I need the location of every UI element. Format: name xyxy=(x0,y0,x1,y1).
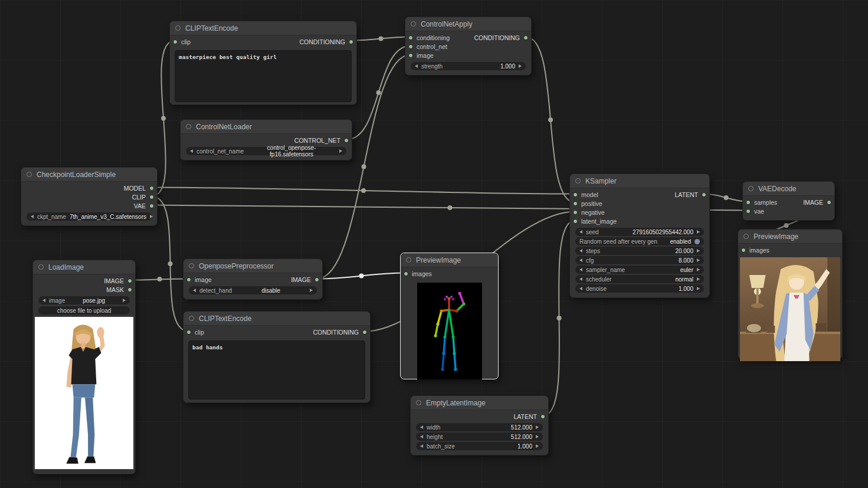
input-control-net[interactable]: control_net xyxy=(405,43,447,50)
arrow-right-icon[interactable] xyxy=(697,268,700,271)
collapse-dot-icon[interactable] xyxy=(38,264,44,270)
node-header[interactable]: PreviewImage xyxy=(401,253,498,267)
output-conditioning[interactable]: CONDITIONING xyxy=(299,38,356,45)
widget-height[interactable]: height 512.000 xyxy=(416,433,543,441)
node-header[interactable]: ControlNetApply xyxy=(405,17,531,31)
output-image[interactable]: IMAGE xyxy=(104,277,135,284)
arrow-left-icon[interactable] xyxy=(579,287,582,290)
collapse-dot-icon[interactable] xyxy=(186,124,191,129)
port-icon[interactable] xyxy=(186,330,191,335)
arrow-right-icon[interactable] xyxy=(697,287,700,290)
arrow-right-icon[interactable] xyxy=(310,289,313,292)
node-header[interactable]: VAEDecode xyxy=(743,182,834,196)
node-vaedecode[interactable]: VAEDecode samples IMAGE vae xyxy=(742,181,835,221)
node-previewimage-result[interactable]: PreviewImage images xyxy=(738,229,843,359)
arrow-right-icon[interactable] xyxy=(697,258,700,262)
node-cliptextencode-positive[interactable]: CLIPTextEncode clip CONDITIONING masterp… xyxy=(169,21,357,105)
widget-cfg[interactable]: cfg 8.000 xyxy=(575,256,704,264)
arrow-right-icon[interactable] xyxy=(697,277,700,281)
port-icon[interactable] xyxy=(702,192,706,197)
arrow-left-icon[interactable] xyxy=(420,444,423,448)
prompt-textarea[interactable]: bad hands xyxy=(188,340,365,399)
port-icon[interactable] xyxy=(573,210,578,215)
arrow-right-icon[interactable] xyxy=(697,249,700,253)
widget-sampler-name[interactable]: sampler_name euler xyxy=(575,266,704,274)
node-header[interactable]: CheckpointLoaderSimple xyxy=(21,168,157,182)
arrow-left-icon[interactable] xyxy=(420,425,423,429)
toggle-icon[interactable] xyxy=(695,239,700,244)
arrow-left-icon[interactable] xyxy=(579,268,582,271)
port-icon[interactable] xyxy=(573,219,578,224)
port-icon[interactable] xyxy=(408,53,413,58)
arrow-left-icon[interactable] xyxy=(415,64,418,68)
widget-strength[interactable]: strength 1.000 xyxy=(411,62,526,70)
port-icon[interactable] xyxy=(186,277,191,282)
port-icon[interactable] xyxy=(746,209,751,214)
widget-control-net-name[interactable]: control_net_name control_openpose-fp16.s… xyxy=(186,147,346,155)
port-icon[interactable] xyxy=(827,200,831,205)
widget-random-seed-toggle[interactable]: Random seed after every gen enabled xyxy=(575,237,704,245)
node-controlnetloader[interactable]: ControlNetLoader CONTROL_NET control_net… xyxy=(180,119,352,161)
arrow-right-icon[interactable] xyxy=(150,215,153,218)
input-clip[interactable]: clip xyxy=(184,329,204,336)
input-image[interactable]: image xyxy=(405,52,434,59)
widget-denoise[interactable]: denoise 1.000 xyxy=(575,284,704,293)
output-conditioning[interactable]: CONDITIONING xyxy=(474,34,531,41)
node-previewimage-pose[interactable]: PreviewImage images xyxy=(400,253,499,379)
arrow-left-icon[interactable] xyxy=(190,149,193,153)
arrow-right-icon[interactable] xyxy=(519,64,522,68)
widget-ckpt-name[interactable]: ckpt_name 7th_anime_v3_C.safetensors xyxy=(27,212,152,221)
node-graph-canvas[interactable]: CLIPTextEncode clip CONDITIONING masterp… xyxy=(0,0,868,488)
arrow-right-icon[interactable] xyxy=(339,149,342,153)
choose-file-button[interactable]: choose file to upload xyxy=(38,306,130,315)
port-icon[interactable] xyxy=(362,330,367,335)
node-header[interactable]: KSampler xyxy=(570,174,709,188)
node-cliptextencode-negative[interactable]: CLIPTextEncode clip CONDITIONING bad han… xyxy=(183,311,371,403)
input-samples[interactable]: samples xyxy=(743,199,777,206)
output-model[interactable]: MODEL xyxy=(124,185,157,192)
node-checkpointloadersimple[interactable]: CheckpointLoaderSimple MODEL CLIP VAE ck… xyxy=(21,167,158,226)
node-header[interactable]: CLIPTextEncode xyxy=(170,21,356,35)
arrow-left-icon[interactable] xyxy=(31,215,34,218)
output-latent[interactable]: LATENT xyxy=(675,191,709,198)
widget-width[interactable]: width 512.000 xyxy=(416,423,543,431)
output-mask[interactable]: MASK xyxy=(106,286,135,293)
collapse-dot-icon[interactable] xyxy=(416,400,421,405)
port-icon[interactable] xyxy=(149,195,154,199)
node-header[interactable]: ControlNetLoader xyxy=(181,120,352,134)
arrow-left-icon[interactable] xyxy=(420,435,423,438)
port-icon[interactable] xyxy=(541,414,545,419)
arrow-left-icon[interactable] xyxy=(579,249,582,253)
arrow-right-icon[interactable] xyxy=(123,299,126,302)
input-conditioning[interactable]: conditioning xyxy=(405,34,450,41)
arrow-left-icon[interactable] xyxy=(579,258,582,262)
collapse-dot-icon[interactable] xyxy=(406,257,411,263)
input-clip[interactable]: clip xyxy=(170,38,191,45)
port-icon[interactable] xyxy=(741,248,746,253)
port-icon[interactable] xyxy=(344,138,349,143)
input-vae[interactable]: vae xyxy=(743,208,764,215)
prompt-textarea[interactable]: masterpiece best quality girl xyxy=(175,50,352,102)
collapse-dot-icon[interactable] xyxy=(743,234,749,239)
collapse-dot-icon[interactable] xyxy=(575,178,581,184)
port-icon[interactable] xyxy=(315,277,319,282)
node-openposepreprocessor[interactable]: OpenposePreprocessor image IMAGE detect_… xyxy=(183,258,323,300)
port-icon[interactable] xyxy=(408,35,413,40)
output-conditioning[interactable]: CONDITIONING xyxy=(313,329,370,336)
collapse-dot-icon[interactable] xyxy=(189,316,194,321)
collapse-dot-icon[interactable] xyxy=(189,263,194,268)
port-icon[interactable] xyxy=(149,186,154,191)
port-icon[interactable] xyxy=(127,279,132,283)
port-icon[interactable] xyxy=(349,40,353,44)
input-negative[interactable]: negative xyxy=(570,209,605,216)
port-icon[interactable] xyxy=(404,271,408,276)
node-emptylatentimage[interactable]: EmptyLatentImage LATENT width 512.000 he… xyxy=(410,395,549,456)
port-icon[interactable] xyxy=(149,204,154,208)
collapse-dot-icon[interactable] xyxy=(748,186,754,191)
port-icon[interactable] xyxy=(573,201,578,206)
node-controlnetapply[interactable]: ControlNetApply conditioning CONDITIONIN… xyxy=(405,17,532,76)
output-image[interactable]: IMAGE xyxy=(803,199,834,206)
port-icon[interactable] xyxy=(173,40,178,44)
output-control-net[interactable]: CONTROL_NET xyxy=(294,137,352,144)
node-ksampler[interactable]: KSampler model LATENT positive negative … xyxy=(569,173,710,298)
